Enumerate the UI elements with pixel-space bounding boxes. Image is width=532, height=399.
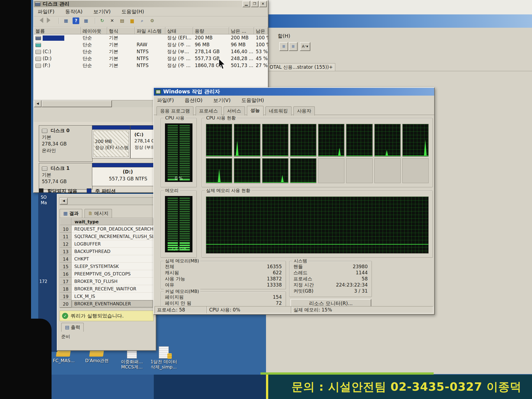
ssms-query-tab[interactable]: OTAL 신용...strator (155))+ <box>267 63 335 71</box>
col-capacity[interactable]: 용량 <box>193 27 229 34</box>
table-row[interactable]: 단순기본RAW정상 (주 ...96 MB96 MB100 % <box>34 41 268 48</box>
wait-type-row[interactable]: 18BROKER_RECEIVE_WAITFOR <box>60 285 153 293</box>
back-icon[interactable] <box>37 17 43 24</box>
wait-type-cell[interactable]: REQUEST_FOR_DEADLOCK_SEARCH <box>71 225 153 233</box>
volume-icon <box>35 64 41 68</box>
wait-type-cell[interactable]: BROKER_TO_FLUSH <box>71 278 153 285</box>
forward-icon[interactable] <box>47 17 53 24</box>
wait-type-cell[interactable]: SLEEP_SYSTEMTASK <box>71 263 153 270</box>
col-free-pct[interactable]: 남은 <box>254 27 268 34</box>
disk-management-title-bar[interactable]: 디스크 관리 ▁ ❒ ✕ <box>34 1 268 7</box>
row-number-cell[interactable]: 17 <box>60 278 71 285</box>
open-folder-icon[interactable]: ▆ <box>129 17 135 24</box>
col-layout[interactable]: 레이아웃 <box>81 27 107 34</box>
table-row[interactable]: (C:)단순기본NTFS정상 (부...278,14 GB146,40 ...5… <box>34 48 268 55</box>
volume-table-header[interactable]: 볼륨 레이아웃 형식 파일 시스템 상태 용량 남은 ... 남은 <box>34 27 268 34</box>
grid-corner-cell[interactable] <box>60 218 71 225</box>
menu-view[interactable]: 보기(V) <box>93 8 111 15</box>
table-cell: NTFS <box>135 55 165 62</box>
tab-processes[interactable]: 프로세스 <box>196 106 222 116</box>
col-filesystem[interactable]: 파일 시스템 <box>135 27 165 34</box>
menu-help[interactable]: 도움말(H) <box>121 8 144 15</box>
maximize-button[interactable]: ❒ <box>251 1 259 7</box>
search-icon[interactable]: ⌕ <box>139 17 145 24</box>
console-tree-icon[interactable]: ▦ <box>63 17 69 24</box>
table-row[interactable]: (D:)단순기본NTFS정상 (주 ...557,73 GB248,28 ...… <box>34 55 268 62</box>
font-case-icon[interactable]: A⁺▾ <box>300 42 310 51</box>
row-number-cell[interactable]: 13 <box>60 248 71 255</box>
tab-networking[interactable]: 네트워킹 <box>265 106 291 116</box>
row-number-cell[interactable]: 19 <box>60 293 71 300</box>
results-h-scrollbar[interactable]: ◀ <box>60 197 154 205</box>
wait-type-cell[interactable]: LCK_M_IS <box>71 293 153 300</box>
col-volume[interactable]: 볼륨 <box>34 27 81 34</box>
stat-row: 지정 시간224:23:22:34 <box>290 282 372 288</box>
tab-output[interactable]: ▤ 출력 <box>61 323 84 332</box>
col-free[interactable]: 남은 ... <box>229 27 254 34</box>
table-row[interactable]: (F:)단순기본NTFS정상 (주 ...1860,78 GB501,73 ..… <box>34 62 268 69</box>
ssms-help-menu[interactable]: 할(H) <box>278 33 290 39</box>
row-number-cell[interactable]: 18 <box>60 285 71 293</box>
wait-type-cell[interactable]: BACKUPTHREAD <box>71 248 153 255</box>
scroll-left-icon[interactable]: ◀ <box>34 100 42 107</box>
disk1-label-box[interactable]: 디스크 1 기본 557,74 GB <box>39 163 93 190</box>
disk0-partition-efi[interactable]: 200 MB 정상 (EFI 시스템 파 <box>92 125 130 158</box>
menu-file[interactable]: 파일(F) <box>38 8 54 15</box>
memory-label: 메모리 <box>164 188 180 194</box>
indent-icon[interactable]: ≣ <box>279 42 288 51</box>
wait-type-row[interactable]: 19LCK_M_IS <box>60 293 153 300</box>
wait-type-row[interactable]: 16PREEMPTIVE_OS_DTCOPS <box>60 270 153 278</box>
row-number-cell[interactable]: 11 <box>60 233 71 240</box>
wait-type-header[interactable]: wait_type <box>71 218 153 225</box>
row-number-cell[interactable]: 12 <box>60 240 71 248</box>
row-number-cell[interactable]: 14 <box>60 255 71 263</box>
refresh-icon[interactable]: ↻ <box>99 17 106 24</box>
close-button[interactable]: ✕ <box>259 1 267 7</box>
wait-type-cell[interactable]: SQLTRACE_INCREMENTAL_FLUSH_SLEEP <box>71 233 153 240</box>
disk0-label-box[interactable]: 디스크 0 기본 278,34 GB 온라인 <box>39 125 93 162</box>
row-number-cell[interactable]: 16 <box>60 270 71 278</box>
wait-type-cell[interactable]: BROKER_EVENTHANDLER <box>71 300 153 308</box>
wait-type-cell[interactable]: CHKPT <box>71 255 153 263</box>
tab-performance[interactable]: 성능 <box>247 106 264 116</box>
wait-type-row[interactable]: 10REQUEST_FOR_DEADLOCK_SEARCH <box>60 225 153 233</box>
row-number-cell[interactable]: 20 <box>60 300 71 308</box>
properties-icon[interactable]: ▤ <box>119 17 126 24</box>
task-manager-title-bar[interactable]: Windows 작업 관리자 <box>154 88 434 96</box>
row-number-cell[interactable]: 10 <box>60 225 71 233</box>
physical-memory-title: 실제 메모리(MB) <box>164 258 200 264</box>
wait-type-cell[interactable]: PREEMPTIVE_OS_DTCOPS <box>71 270 153 278</box>
menu-help[interactable]: 도움말(H) <box>241 97 264 104</box>
wait-type-row[interactable]: 11SQLTRACE_INCREMENTAL_FLUSH_SLEEP <box>60 233 153 240</box>
tab-messages[interactable]: 🗎 메시지 <box>85 209 112 218</box>
col-type[interactable]: 형식 <box>107 27 135 34</box>
minimize-button[interactable]: ▁ <box>242 1 250 7</box>
menu-action[interactable]: 동작(A) <box>65 8 83 15</box>
scroll-left-icon[interactable]: ◀ <box>60 198 68 204</box>
table-row[interactable]: 단순기본정상 (EFI...200 MB200 MB100 % <box>34 34 268 41</box>
menu-options[interactable]: 옵션(O) <box>185 97 203 104</box>
wait-type-row[interactable]: 15SLEEP_SYSTEMTASK <box>60 263 153 270</box>
tab-services[interactable]: 서비스 <box>224 106 245 116</box>
menu-file[interactable]: 파일(F) <box>157 97 174 104</box>
wait-type-row[interactable]: 12LOGBUFFER <box>60 240 153 248</box>
wait-type-row[interactable]: 20BROKER_EVENTHANDLER <box>60 300 153 308</box>
scroll-thumb[interactable] <box>42 100 112 107</box>
outdent-icon[interactable]: ≣ <box>289 42 298 51</box>
wait-type-row[interactable]: 14CHKPT <box>60 255 153 263</box>
wait-type-cell[interactable]: LOGBUFFER <box>71 240 153 248</box>
help-icon[interactable]: ? <box>73 17 79 24</box>
tab-applications[interactable]: 응용 프로그램 <box>157 106 193 116</box>
col-status[interactable]: 상태 <box>165 27 193 34</box>
delete-icon[interactable]: ✕ <box>109 17 116 24</box>
row-number-cell[interactable]: 15 <box>60 263 71 270</box>
tab-results[interactable]: ▦ 결과 <box>60 209 82 218</box>
wait-type-cell[interactable]: BROKER_RECEIVE_WAITFOR <box>71 285 153 293</box>
wait-type-row[interactable]: 13BACKUPTHREAD <box>60 248 153 255</box>
menu-view[interactable]: 보기(V) <box>213 97 231 104</box>
tab-users[interactable]: 사용자 <box>293 106 315 116</box>
banner-mid-navy <box>154 375 266 399</box>
settings-icon[interactable]: ⚙ <box>149 17 155 24</box>
panel-view-icon[interactable]: ▦ <box>83 17 89 24</box>
wait-type-row[interactable]: 17BROKER_TO_FLUSH <box>60 278 153 285</box>
